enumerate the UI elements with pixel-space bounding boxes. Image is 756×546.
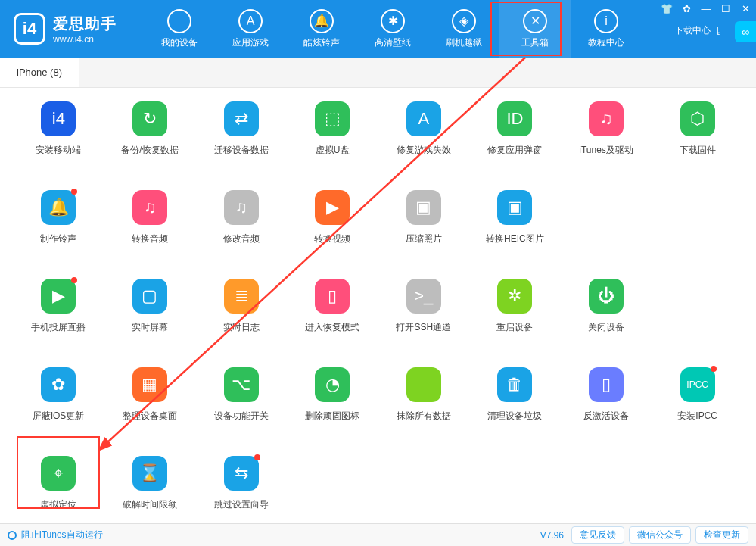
nav-icon: A	[238, 9, 263, 33]
tool-item[interactable]: ▶转换视频	[291, 190, 375, 245]
tool-label: 反激活设备	[583, 410, 629, 423]
tool-label: 转换HEIC图片	[486, 232, 544, 245]
app-subtitle: www.i4.cn	[53, 34, 117, 45]
tool-label: 实时日志	[223, 321, 260, 334]
nav-item-2[interactable]: 🔔酷炫铃声	[286, 0, 357, 58]
nav-icon: ◈	[452, 9, 476, 33]
tool-item[interactable]: ▣转换HEIC图片	[473, 190, 557, 245]
tool-icon: ✿	[41, 367, 76, 402]
nav-item-1[interactable]: A应用游戏	[215, 0, 286, 58]
tool-icon: ⌥	[224, 367, 259, 402]
tool-label: 破解时间限额	[123, 498, 177, 511]
tool-item[interactable]: ▢实时屏幕	[108, 279, 192, 334]
tool-label: 整理设备桌面	[123, 410, 177, 423]
tool-item[interactable]: 🔔制作铃声	[17, 190, 101, 245]
tool-item[interactable]: ◔删除顽固图标	[291, 367, 375, 423]
tool-label: 安装移动端	[36, 144, 81, 157]
tool-label: 修改音频	[223, 232, 260, 245]
toolbox-content: i4安装移动端↻备份/恢复数据⇄迁移设备数据⬚虚拟U盘A修复游戏失效ID修复应用…	[0, 88, 756, 525]
tool-icon: ▣	[406, 190, 441, 225]
tool-item[interactable]: ↻备份/恢复数据	[108, 101, 192, 157]
tool-label: 安装IPCC	[677, 410, 717, 423]
tool-item[interactable]: ⌥设备功能开关	[199, 367, 283, 423]
nav-icon	[167, 9, 191, 33]
tool-item[interactable]: i4安装移动端	[17, 101, 101, 157]
nav-item-6[interactable]: i教程中心	[571, 0, 642, 58]
tool-label: 实时屏幕	[132, 321, 168, 334]
tool-item[interactable]: ▣压缩照片	[382, 190, 466, 245]
tool-item[interactable]: ▶手机投屏直播	[17, 279, 101, 334]
tool-item[interactable]: ID修复应用弹窗	[473, 101, 557, 157]
tool-item[interactable]: ⇆跳过设置向导	[199, 456, 283, 511]
tool-icon: ▦	[132, 367, 167, 402]
tool-icon: i4	[41, 101, 76, 136]
side-badge-icon[interactable]: ∞	[735, 21, 756, 42]
tool-item[interactable]: ⌖虚拟定位	[17, 456, 101, 511]
status-left-text[interactable]: 阻止iTunes自动运行	[21, 529, 103, 541]
tool-label: 转换音频	[132, 232, 168, 245]
status-toggle-icon[interactable]	[8, 531, 17, 540]
tool-label: 删除顽固图标	[305, 410, 359, 423]
tool-item[interactable]: 🗑清理设备垃圾	[473, 367, 557, 423]
maximize-icon[interactable]: ☐	[720, 3, 732, 14]
tool-label: 虚拟定位	[40, 498, 76, 511]
tool-item[interactable]: ▦整理设备桌面	[108, 367, 192, 423]
nav-item-3[interactable]: ✱高清壁纸	[357, 0, 428, 58]
tool-item[interactable]: ⇄迁移设备数据	[199, 101, 283, 157]
tool-icon: ⇄	[224, 101, 259, 136]
nav-item-5[interactable]: ✕工具箱	[499, 0, 571, 58]
nav-icon: i	[594, 9, 618, 33]
tool-item[interactable]: ▯反激活设备	[565, 367, 649, 423]
tool-label: 抹除所有数据	[397, 410, 451, 423]
wechat-button[interactable]: 微信公众号	[629, 526, 691, 544]
tool-item[interactable]: ✲重启设备	[473, 279, 557, 334]
tool-icon	[406, 367, 441, 402]
tool-icon: ⇆	[224, 456, 259, 491]
settings-icon[interactable]: ✿	[680, 3, 692, 14]
tool-item[interactable]: ♫修改音频	[199, 190, 283, 245]
nav-item-0[interactable]: 我的设备	[144, 0, 215, 58]
close-icon[interactable]: ✕	[739, 3, 751, 14]
minimize-icon[interactable]: —	[700, 3, 712, 14]
feedback-button[interactable]: 意见反馈	[571, 526, 624, 544]
tool-label: iTunes及驱动	[579, 144, 633, 157]
tool-label: 迁移设备数据	[214, 144, 269, 157]
tool-item[interactable]: ⬡下载固件	[655, 101, 739, 157]
version-label: V7.96	[540, 530, 564, 541]
tool-icon: ⏻	[589, 279, 624, 314]
tool-item[interactable]: 抹除所有数据	[382, 367, 466, 423]
tool-label: 打开SSH通道	[396, 321, 451, 334]
tool-item[interactable]: ▯进入恢复模式	[291, 279, 375, 334]
tool-label: 修复应用弹窗	[487, 144, 542, 157]
tool-item[interactable]: >_打开SSH通道	[382, 279, 466, 334]
tool-item[interactable]: ✿屏蔽iOS更新	[17, 367, 101, 423]
tool-item[interactable]: ♫转换音频	[108, 190, 192, 245]
tool-item[interactable]: ≣实时日志	[199, 279, 283, 334]
tool-icon: >_	[406, 279, 441, 314]
tool-item[interactable]: ⏻关闭设备	[565, 279, 649, 334]
tool-icon: ▣	[497, 190, 532, 225]
tool-item[interactable]: IPCC安装IPCC	[655, 367, 739, 423]
tool-icon: ♫	[224, 190, 259, 225]
tool-icon: ♫	[589, 101, 624, 136]
tool-item[interactable]: ♫iTunes及驱动	[565, 101, 649, 157]
check-update-button[interactable]: 检查更新	[695, 526, 748, 544]
tool-label: 设备功能开关	[214, 410, 269, 423]
tool-item[interactable]: ⬚虚拟U盘	[291, 101, 375, 157]
tool-icon: A	[406, 101, 441, 136]
device-tab[interactable]: iPhone (8)	[0, 58, 79, 87]
tool-icon: 🔔	[41, 190, 76, 225]
tool-label: 跳过设置向导	[214, 498, 269, 511]
tool-item[interactable]: A修复游戏失效	[382, 101, 466, 157]
tool-icon: 🗑	[497, 367, 532, 402]
tool-label: 进入恢复模式	[305, 321, 359, 334]
shirt-icon[interactable]: 👕	[661, 3, 673, 14]
tool-label: 虚拟U盘	[316, 144, 350, 157]
device-tabbar: iPhone (8)	[0, 58, 756, 88]
tool-item[interactable]: ⌛破解时间限额	[108, 456, 192, 511]
nav-item-4[interactable]: ◈刷机越狱	[428, 0, 499, 58]
tool-label: 下载固件	[680, 144, 716, 157]
logo-icon: i4	[14, 13, 45, 45]
download-center-link[interactable]: 下载中心 ⭳	[674, 24, 723, 37]
nav-label: 高清壁纸	[375, 36, 411, 49]
